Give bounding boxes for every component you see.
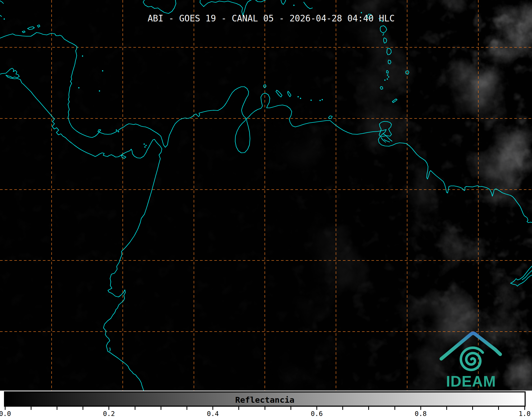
colorbar-strip: Reflectancia 0.00.20.40.60.81.0 xyxy=(0,391,532,417)
ideam-logo-text: IDEAM xyxy=(446,373,496,390)
colorbar-tick xyxy=(31,407,31,410)
satellite-image-viewer: ABI - GOES 19 - CANAL 05 - 2026-04-28 04… xyxy=(0,0,532,417)
image-title: ABI - GOES 19 - CANAL 05 - 2026-04-28 04… xyxy=(148,13,395,24)
islet-dot xyxy=(320,100,321,101)
islet-dot xyxy=(82,56,83,57)
colorbar-gradient: Reflectancia xyxy=(4,391,526,407)
colorbar-tick xyxy=(420,407,421,410)
islet-dot xyxy=(298,96,299,98)
islet-dot xyxy=(118,131,119,132)
colorbar-tick xyxy=(290,407,291,410)
islet-dot xyxy=(387,79,388,80)
cloud-texture xyxy=(0,0,532,391)
islet-dot xyxy=(293,5,295,6)
colorbar-tick xyxy=(316,407,317,410)
islet-dot xyxy=(311,100,312,101)
colorbar-tick xyxy=(108,407,109,410)
colorbar-tick xyxy=(135,407,135,410)
islet-dot xyxy=(78,87,80,89)
colorbar-label: Reflectancia xyxy=(5,395,525,405)
colorbar-tick xyxy=(368,407,369,410)
colorbar-tick-label: 0.6 xyxy=(311,410,323,417)
islet-dot xyxy=(102,70,103,72)
colorbar-tick-label: 0.0 xyxy=(0,410,11,417)
colorbar-tick xyxy=(5,407,6,410)
colorbar-tick-label: 0.8 xyxy=(415,410,427,417)
colorbar-tick xyxy=(342,407,343,410)
colorbar-tick xyxy=(161,407,161,410)
islet-dot xyxy=(4,19,5,20)
colorbar-tick xyxy=(394,407,395,410)
colorbar-tick xyxy=(472,407,473,410)
colorbar-tick xyxy=(212,407,213,410)
colorbar-tick-label: 0.2 xyxy=(103,410,115,417)
islet-dot xyxy=(99,90,100,92)
satellite-map: ABI - GOES 19 - CANAL 05 - 2026-04-28 04… xyxy=(0,0,532,391)
colorbar-tick xyxy=(238,407,239,410)
colorbar-tick-label: 0.4 xyxy=(207,410,219,417)
islet-dot xyxy=(322,99,323,100)
islet-dot xyxy=(384,80,386,81)
colorbar-tick xyxy=(265,407,265,410)
colorbar-tick xyxy=(446,407,447,410)
islet-dot xyxy=(144,144,145,145)
colorbar-tick xyxy=(524,407,525,410)
islet-dot xyxy=(116,130,117,131)
colorbar-tick xyxy=(498,407,499,410)
islet-dot xyxy=(388,76,389,78)
islet-dot xyxy=(144,146,146,148)
colorbar-tick xyxy=(83,407,83,410)
map-area: ABI - GOES 19 - CANAL 05 - 2026-04-28 04… xyxy=(0,0,532,391)
islet-dot xyxy=(145,145,147,146)
colorbar-tick xyxy=(57,407,57,410)
islet-dot xyxy=(387,75,388,76)
colorbar-tick-label: 1.0 xyxy=(519,410,530,417)
colorbar-tick xyxy=(187,407,187,410)
islet-dot xyxy=(300,98,301,99)
